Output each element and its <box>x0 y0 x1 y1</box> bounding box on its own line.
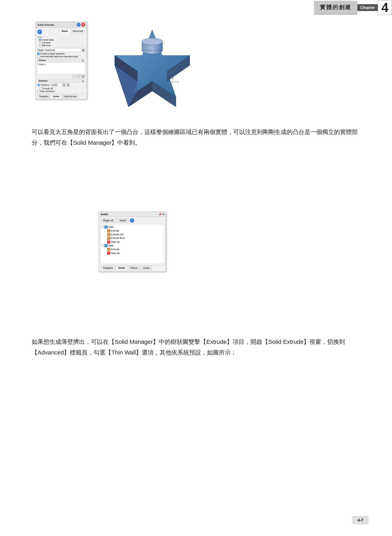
add-boss-option[interactable]: Add boss <box>37 44 85 47</box>
content-paragraph-2: 如果想生成薄壁擠出，可以在【Solid Manager】中的樹狀圖雙擊【Extr… <box>32 336 360 358</box>
create-body-option[interactable]: Create body <box>37 38 85 41</box>
footer-tab-toolpaths[interactable]: Toolpaths <box>37 95 50 98</box>
solids-toolbar: Regen all Select ? <box>101 218 164 223</box>
svg-text:X: X <box>170 84 172 87</box>
solids-footer-tab-toolpaths[interactable]: Toolpaths <box>101 266 115 270</box>
tree-node-stop1: S Stop Op <box>102 240 163 244</box>
solids-help-button[interactable]: ? <box>130 218 134 223</box>
confirm-button[interactable]: ✓ <box>77 23 81 27</box>
svg-point-9 <box>142 38 163 45</box>
solids-body: Regen all Select ? - S Solid E Extrude E… <box>99 217 166 272</box>
solid1-icon: S <box>104 225 107 229</box>
distance-section-header: Distance ▲ <box>37 79 85 82</box>
page-header: 實體的創建 Chapter 4 <box>314 0 392 15</box>
para2-text: 如果想生成薄壁擠出，可以在【Solid Manager】中的樹狀圖雙擊【Extr… <box>32 336 360 358</box>
target-input[interactable] <box>44 48 81 52</box>
extrude-boss-icon: E <box>107 237 110 240</box>
extrude2-icon: E <box>107 248 110 251</box>
tree-node-solid2: - S Solid <box>102 244 163 248</box>
target-arrow[interactable]: ▶ <box>82 48 85 52</box>
chains-section-header: Chains ▲ <box>37 58 85 62</box>
solids-footer-tab-solids[interactable]: Solids <box>116 266 127 270</box>
chain-btn-link[interactable]: 🔗 <box>77 75 81 78</box>
tree-node-stop2: S Stop Op <box>102 251 163 255</box>
para1-text: 可以看見大五角星的背面長出了一個凸台，這樣整個繪圖區域已有兩個實體，可以注意到剛… <box>32 127 360 148</box>
solids-footer-tab-planes[interactable]: Planes <box>128 266 140 270</box>
page-number: 4-7 <box>352 516 368 524</box>
extrude1-icon: E <box>107 229 110 232</box>
cancel-button[interactable]: ✕ <box>81 23 85 27</box>
solids-title: Solids <box>101 213 108 216</box>
dialog-tabs: Basic Advanced <box>60 29 85 34</box>
dialog-footer-tabs: Toolpaths Solids Solid Extrude <box>37 94 85 98</box>
solids-footer-tab-levels[interactable]: Levels <box>140 266 152 270</box>
stop2-label: Stop Op <box>111 252 120 255</box>
tree-node-extrude2: E Extrude <box>102 248 163 251</box>
stop1-label: Stop Op <box>111 240 120 244</box>
cut-body-option[interactable]: Cut body <box>37 41 85 44</box>
solid2-icon: S <box>104 244 107 247</box>
solids-title-controls: 📌 ✕ <box>159 213 164 216</box>
create-single-label: Create a single operation <box>40 53 65 55</box>
solid-extrude-dialog: Solid Extrude ✓ ✕ ? Basic Advanced Type:… <box>36 22 87 100</box>
select-button[interactable]: Select <box>117 218 129 223</box>
svg-line-14 <box>172 81 177 83</box>
through-all-label: Through all <box>42 87 53 90</box>
both-directions-row[interactable]: Both directions <box>37 90 85 92</box>
extrude1-label: Extrude <box>111 229 119 233</box>
chains-list: Chain 1 <box>37 62 85 74</box>
footer-tab-solid-extrude[interactable]: Solid Extrude <box>62 95 78 98</box>
chains-toolbar: ↔ 🔗 ⛓ <box>37 75 85 78</box>
both-directions-label: Both directions <box>40 90 55 92</box>
chain-item: Chain 1 <box>38 63 84 66</box>
dialog-header-row: ? Basic Advanced <box>37 29 85 35</box>
chapter-number: 4 <box>378 0 392 15</box>
create-single-row[interactable]: Create a single operation <box>37 53 85 55</box>
distance-row: Distance ▲ ▼ ⊕ <box>37 83 85 87</box>
header-title: 實體的創建 <box>314 1 357 14</box>
distance-spinner[interactable]: ▲ ▼ <box>63 83 65 87</box>
regen-all-button[interactable]: Regen all <box>101 218 116 223</box>
distance-input[interactable] <box>50 83 62 87</box>
chains-expand-icon[interactable]: ▲ <box>82 59 84 61</box>
distance-plus[interactable]: ⊕ <box>66 83 70 87</box>
close-icon[interactable]: ✕ <box>162 213 164 216</box>
type-section: Type: Create body Cut body Add boss <box>37 35 85 48</box>
help-button[interactable]: ? <box>37 29 42 34</box>
tab-advanced[interactable]: Advanced <box>70 29 85 33</box>
svg-text:Y: Y <box>177 81 179 84</box>
chain-btn-link2[interactable]: ⛓ <box>81 75 85 78</box>
footer-tab-solids[interactable]: Solids <box>51 95 61 98</box>
expand-solid1[interactable]: - <box>102 226 104 228</box>
pin-icon[interactable]: 📌 <box>159 213 162 216</box>
dialog-title-buttons: ✓ ✕ <box>77 23 85 27</box>
distance-expand-icon[interactable]: ▲ <box>82 80 84 82</box>
extrude-cut-label: Extrude Cut <box>111 233 123 236</box>
stop1-icon: S <box>107 240 110 244</box>
solids-titlebar: Solids 📌 ✕ <box>99 212 166 217</box>
auto-determine-label: Automatically determine operation type <box>40 55 78 57</box>
tab-basic[interactable]: Basic <box>60 29 70 34</box>
auto-determine-row[interactable]: Automatically determine operation type <box>37 55 85 57</box>
dialog-title: Solid Extrude <box>37 23 54 26</box>
expand-solid2[interactable]: - <box>102 244 104 247</box>
extrude-boss-label: Extrude Boss <box>111 237 125 240</box>
star-svg: Z Y X <box>95 22 210 117</box>
chain-btn-arrows[interactable]: ↔ <box>73 75 76 78</box>
tree-node-extrude-cut: E Extrude Cut <box>102 233 163 237</box>
dialog-titlebar: Solid Extrude ✓ ✕ <box>36 22 87 28</box>
through-all-row[interactable]: Through all <box>37 87 85 90</box>
extrude-cut-icon: E <box>107 233 110 236</box>
solid-tree: - S Solid E Extrude E Extrude Cut E Extr <box>101 224 164 264</box>
extrude2-label: Extrude <box>111 248 119 251</box>
tree-node-solid1: - S Solid <box>102 225 163 229</box>
svg-text:Z: Z <box>172 77 174 80</box>
type-label: Type: <box>37 36 85 38</box>
chapter-label: Chapter <box>357 4 378 11</box>
target-label: Target <box>37 49 43 51</box>
solids-dialog: Solids 📌 ✕ Regen all Select ? - S Solid … <box>99 212 166 272</box>
tree-node-extrude-boss: E Extrude Boss <box>102 236 163 240</box>
star-3d-image: Z Y X <box>95 22 210 117</box>
stop2-icon: S <box>107 252 110 255</box>
dialog-body: ? Basic Advanced Type: Create body Cut b… <box>36 28 87 99</box>
